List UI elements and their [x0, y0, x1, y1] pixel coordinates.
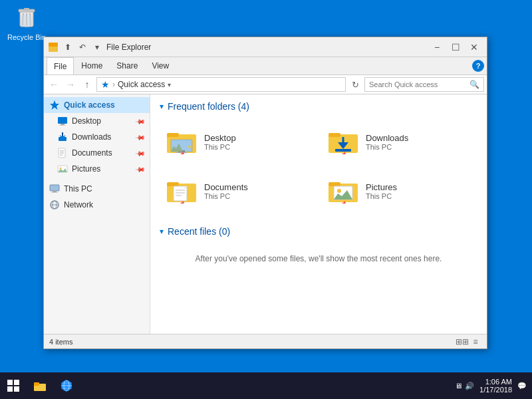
quick-access-toolbar: ⬆ ↶ ▾ [61, 41, 104, 54]
folder-sub-downloads: This PC [366, 143, 408, 151]
svg-rect-10 [58, 117, 67, 124]
documents-icon [57, 148, 68, 158]
forward-button[interactable]: → [63, 77, 78, 92]
pin-icon-pictures: 📌 [135, 164, 146, 174]
sidebar-item-desktop[interactable]: Desktop 📌 [44, 113, 150, 129]
svg-rect-23 [50, 185, 59, 191]
tab-view[interactable]: View [145, 57, 176, 74]
refresh-button[interactable]: ↻ [348, 77, 362, 92]
list-view-btn[interactable]: ≡ [469, 336, 481, 348]
close-button[interactable]: ✕ [466, 40, 483, 55]
help-button[interactable]: ? [472, 60, 484, 72]
sidebar-item-documents[interactable]: Documents 📌 [44, 145, 150, 161]
status-bar: 4 items ⊞⊞ ≡ [44, 334, 487, 348]
recycle-bin-icon[interactable]: Recycle Bin [7, 7, 47, 41]
recent-files-chevron[interactable]: ▾ [160, 227, 164, 236]
pin-icon-documents: 📌 [135, 148, 146, 158]
tab-file[interactable]: File [47, 57, 74, 74]
sidebar-item-downloads[interactable]: Downloads 📌 [44, 129, 150, 145]
svg-rect-60 [34, 382, 39, 386]
sidebar-label-quick-access: Quick access [64, 100, 115, 110]
ie-taskbar-btn[interactable] [53, 372, 80, 399]
recent-files-header: ▾ Recent files (0) [160, 226, 477, 237]
notification-icon[interactable]: 💬 [517, 382, 527, 390]
path-text: Quick access [118, 80, 165, 89]
qat-properties-btn[interactable]: ⬆ [61, 41, 74, 54]
recent-files-empty-msg: After you've opened some files, we'll sh… [160, 247, 477, 270]
large-icons-view-btn[interactable]: ⊞⊞ [456, 336, 468, 348]
svg-marker-9 [50, 100, 59, 110]
svg-rect-2 [24, 8, 29, 11]
folder-sub-pictures: This PC [366, 192, 397, 200]
frequent-folders-header: ▾ Frequent folders (4) [160, 101, 477, 112]
ribbon-tabs: File Home Share View ? [44, 57, 487, 74]
taskbar-time: 1:06 AM [485, 378, 512, 386]
folder-item-desktop[interactable]: 📌 Desktop This PC [160, 120, 316, 164]
maximize-button[interactable]: ☐ [447, 40, 464, 55]
sidebar-label-network: Network [64, 200, 93, 209]
folder-name-desktop: Desktop [204, 133, 236, 143]
downloads-icon [57, 132, 68, 142]
qat-customize-btn[interactable]: ▾ [90, 41, 104, 54]
file-explorer-taskbar-btn[interactable] [27, 372, 53, 399]
qat-undo-btn[interactable]: ↶ [76, 41, 89, 54]
pin-icon-desktop: 📌 [135, 116, 146, 126]
search-input[interactable] [369, 80, 469, 88]
sidebar-item-pictures[interactable]: Pictures 📌 [44, 161, 150, 177]
svg-rect-30 [167, 133, 179, 137]
volume-tray-icon[interactable]: 🔊 [465, 382, 474, 390]
svg-rect-25 [51, 192, 58, 193]
desktop-icon [57, 116, 68, 126]
svg-rect-37 [329, 133, 340, 137]
address-path[interactable]: ★ › Quick access ▾ [96, 77, 346, 92]
quick-access-icon [49, 100, 60, 110]
up-button[interactable]: ↑ [80, 77, 94, 92]
svg-text:📌: 📌 [341, 152, 346, 154]
folder-item-pictures[interactable]: 📌 Pictures This PC [321, 169, 477, 213]
svg-rect-24 [53, 191, 57, 192]
window-title: File Explorer [106, 43, 428, 52]
quick-access-star-icon: ★ [101, 79, 110, 90]
svg-point-53 [337, 189, 341, 193]
svg-rect-11 [61, 124, 65, 125]
search-icon[interactable]: 🔍 [469, 80, 479, 89]
search-box[interactable]: 🔍 [364, 77, 484, 92]
status-items-count: 4 items [49, 338, 72, 346]
pin-icon-downloads: 📌 [135, 132, 146, 142]
svg-rect-7 [49, 43, 58, 47]
folder-name-downloads: Downloads [366, 133, 408, 143]
folder-name-documents: Documents [204, 182, 248, 192]
start-button[interactable] [0, 372, 27, 399]
sidebar-item-network[interactable]: Network [44, 197, 150, 213]
folder-sub-desktop: This PC [204, 143, 236, 151]
frequent-folders-chevron[interactable]: ▾ [160, 102, 164, 111]
sidebar-item-quick-access[interactable]: Quick access [44, 97, 150, 113]
title-bar: ⬆ ↶ ▾ File Explorer − ☐ ✕ [44, 37, 487, 57]
taskbar: 🖥 🔊 1:06 AM 1/17/2018 💬 [0, 372, 532, 399]
desktop-folder-icon: 📌 [166, 126, 198, 158]
downloads-folder-icon: 📌 [327, 126, 359, 158]
folder-grid: 📌 Desktop This PC [160, 120, 477, 213]
path-separator: › [112, 80, 115, 89]
back-button[interactable]: ← [47, 77, 61, 92]
svg-rect-58 [14, 386, 19, 392]
path-chevron-icon: ▾ [168, 81, 171, 88]
folder-item-downloads[interactable]: 📌 Downloads This PC [321, 120, 477, 164]
folder-item-documents[interactable]: 📌 Documents This PC [160, 169, 316, 213]
minimize-button[interactable]: − [428, 40, 446, 55]
svg-rect-40 [335, 149, 351, 152]
svg-rect-8 [50, 48, 57, 51]
pictures-icon [57, 164, 68, 174]
folder-sub-documents: This PC [204, 192, 248, 200]
tab-share[interactable]: Share [110, 57, 144, 74]
this-pc-icon [49, 184, 60, 194]
network-tray-icon: 🖥 [455, 382, 462, 390]
sidebar-item-this-pc[interactable]: This PC [44, 181, 150, 197]
tab-home[interactable]: Home [74, 57, 109, 74]
recycle-bin-label: Recycle Bin [7, 33, 46, 41]
address-bar: ← → ↑ ★ › Quick access ▾ ↻ 🔍 [44, 74, 487, 94]
desktop: Recycle Bin ⬆ ↶ ▾ File Explorer − ☐ ✕ [0, 0, 532, 399]
svg-rect-57 [7, 386, 13, 392]
svg-rect-51 [329, 182, 340, 186]
taskbar-clock[interactable]: 1:06 AM 1/17/2018 [479, 378, 512, 394]
